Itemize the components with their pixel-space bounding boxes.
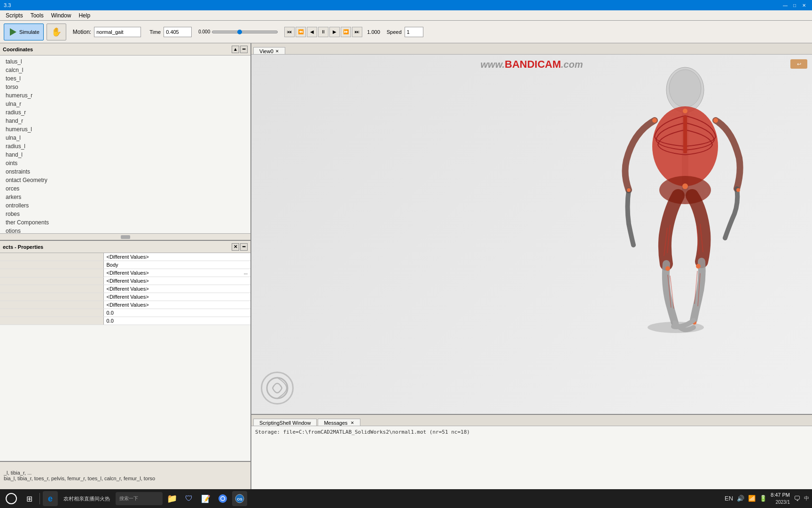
volume-icon[interactable]: 🔊 xyxy=(737,495,744,502)
figure-svg xyxy=(577,64,774,337)
progress-container: 0.000 xyxy=(198,29,278,34)
battery-icon[interactable]: 🔋 xyxy=(759,495,767,502)
scripting-tab[interactable]: ScriptingShell Window xyxy=(253,419,317,426)
list-item[interactable]: orces xyxy=(0,184,250,193)
taskbar-file-icon[interactable]: 📁 xyxy=(164,491,180,506)
progress-end: 1.000 xyxy=(367,29,380,35)
start-button[interactable] xyxy=(3,490,20,507)
prop-key xyxy=(0,285,103,293)
lang-icon[interactable]: EN xyxy=(725,495,733,502)
time-input[interactable] xyxy=(164,27,192,37)
progress-start: 0.000 xyxy=(198,29,210,34)
list-item[interactable]: hand_l xyxy=(0,151,250,159)
console-content: Storage: file=C:\fromCAD2MATLAB_SolidWor… xyxy=(251,426,812,438)
list-item[interactable]: onstraints xyxy=(0,167,250,176)
minimize-button[interactable]: — xyxy=(781,1,789,9)
list-item[interactable]: ulna_r xyxy=(0,100,250,108)
simulate-button[interactable]: Simulate xyxy=(4,24,44,40)
taskbar-shield-icon[interactable]: 🛡 xyxy=(181,491,196,506)
prop-value[interactable]: Body xyxy=(103,261,250,269)
menu-help[interactable]: Help xyxy=(75,11,94,20)
messages-tab[interactable]: Messages ✕ xyxy=(318,419,360,426)
taskbar-opensim-icon[interactable]: OS xyxy=(232,491,247,506)
close-button[interactable]: ✕ xyxy=(800,1,808,9)
taskbar-search[interactable]: 搜索一下 xyxy=(116,492,163,505)
list-item[interactable]: calcn_l xyxy=(0,66,250,74)
motion-input[interactable] xyxy=(94,27,141,37)
list-item[interactable]: hand_r xyxy=(0,117,250,125)
prev-button[interactable]: ◀ xyxy=(307,27,317,37)
prop-key xyxy=(0,309,103,317)
prop-value[interactable]: 0.0 xyxy=(103,317,250,325)
list-item[interactable]: toes_l xyxy=(0,74,250,83)
list-item[interactable]: oints xyxy=(0,159,250,167)
prop-value[interactable]: <Different Values> xyxy=(103,285,250,293)
prop-value[interactable]: <Different Values> xyxy=(103,277,250,285)
prop-key xyxy=(0,269,103,278)
properties-content: <Different Values> Body <Different Value… xyxy=(0,253,250,461)
menu-scripts[interactable]: Scripts xyxy=(2,11,27,20)
feedback-icon[interactable]: ↩ xyxy=(790,59,807,69)
list-item[interactable]: ulna_l xyxy=(0,134,250,142)
taskbar-chrome-icon[interactable] xyxy=(215,491,230,506)
coordinates-scroll-up[interactable]: ▲ xyxy=(232,46,239,53)
list-item[interactable]: humerus_l xyxy=(0,125,250,134)
speed-input[interactable] xyxy=(405,27,423,37)
svg-point-15 xyxy=(736,188,740,192)
prop-value[interactable]: <Different Values> ... xyxy=(104,269,251,277)
view-tab-bar: View0 ✕ xyxy=(251,43,812,55)
list-item[interactable]: talus_l xyxy=(0,57,250,66)
notification-icon[interactable]: 🗨 xyxy=(794,495,800,502)
prop-key xyxy=(0,301,103,309)
menu-window[interactable]: Window xyxy=(47,11,75,20)
news-item[interactable]: 农村相亲直播间火热 xyxy=(60,491,114,506)
pause-button[interactable]: ⏸ xyxy=(318,27,328,37)
menu-bar: Scripts Tools Window Help xyxy=(0,10,812,21)
list-item[interactable]: otions xyxy=(0,227,250,233)
prop-value[interactable]: 0.0 xyxy=(103,309,250,317)
clock-date: 2023/1 xyxy=(771,499,790,506)
menu-tools[interactable]: Tools xyxy=(27,11,47,20)
task-view-button[interactable]: ⊞ xyxy=(22,491,37,506)
coordinates-title: Coordinates xyxy=(3,47,33,52)
coordinates-list[interactable]: talus_l calcn_l toes_l torso humerus_r u… xyxy=(0,56,250,233)
progress-track[interactable] xyxy=(212,31,278,33)
properties-close[interactable]: ✕ xyxy=(232,243,239,251)
hand-tool-button[interactable]: ✋ xyxy=(47,24,66,40)
properties-panel: ects - Properties ✕ ━ <Different Values> xyxy=(0,241,250,461)
news-text: 农村相亲直播间火热 xyxy=(63,495,110,502)
properties-collapse[interactable]: ━ xyxy=(240,243,248,251)
view-tab[interactable]: View0 ✕ xyxy=(253,47,285,54)
list-item[interactable]: torso xyxy=(0,83,250,91)
prop-row: <Different Values> ... xyxy=(0,269,250,278)
step-back-button[interactable]: ⏪ xyxy=(296,27,306,37)
browser-icon[interactable]: e xyxy=(43,491,58,506)
step-forward-button[interactable]: ⏩ xyxy=(341,27,351,37)
list-item[interactable]: radius_l xyxy=(0,142,250,151)
progress-thumb[interactable] xyxy=(237,30,242,34)
list-item[interactable]: robes xyxy=(0,210,250,218)
prop-value[interactable]: <Different Values> xyxy=(103,293,250,301)
messages-close[interactable]: ✕ xyxy=(351,421,354,425)
network-icon[interactable]: 📶 xyxy=(748,495,756,502)
svg-point-9 xyxy=(683,109,687,113)
taskbar-word-icon[interactable]: 📝 xyxy=(198,491,213,506)
prop-value[interactable]: <Different Values> xyxy=(103,301,250,309)
prop-key xyxy=(0,261,103,269)
play-button[interactable]: ▶ xyxy=(329,27,340,37)
skip-end-button[interactable]: ⏭ xyxy=(352,27,362,37)
prop-row: <Different Values> xyxy=(0,285,250,293)
maximize-button[interactable]: □ xyxy=(790,1,799,9)
ime-icon[interactable]: 中 xyxy=(804,495,809,502)
list-item[interactable]: radius_r xyxy=(0,108,250,117)
list-item[interactable]: humerus_r xyxy=(0,91,250,100)
coordinates-collapse[interactable]: ━ xyxy=(240,46,248,53)
list-item[interactable]: ontrollers xyxy=(0,201,250,210)
list-item[interactable]: ontact Geometry xyxy=(0,176,250,184)
list-item[interactable]: ther Components xyxy=(0,218,250,227)
taskbar-clock[interactable]: 8:47 PM 2023/1 xyxy=(771,492,790,505)
view-tab-close[interactable]: ✕ xyxy=(275,49,279,54)
skip-start-button[interactable]: ⏮ xyxy=(284,27,295,37)
list-item[interactable]: arkers xyxy=(0,193,250,201)
prop-value[interactable]: <Different Values> xyxy=(103,253,250,261)
